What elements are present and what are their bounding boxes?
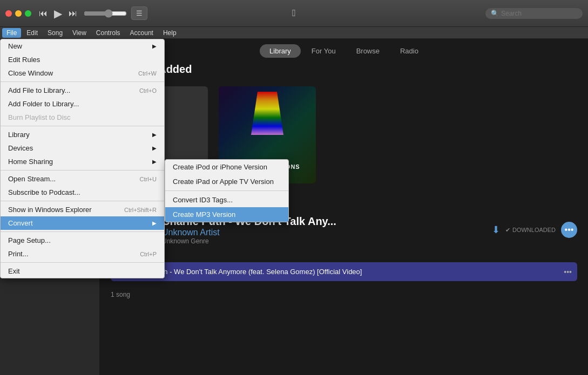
menu-item-library[interactable]: Library ▶: [1, 128, 164, 141]
show-explorer-shortcut: Ctrl+Shift+R: [124, 207, 157, 213]
more-options-button[interactable]: •••: [561, 222, 577, 238]
menu-item-home-sharing[interactable]: Home Sharing ▶: [1, 155, 164, 168]
tab-for-you[interactable]: For You: [302, 44, 346, 58]
menu-item-add-file[interactable]: Add File to Library... Ctrl+O: [1, 84, 164, 97]
volume-slider[interactable]: [84, 9, 127, 18]
menu-account[interactable]: Account: [126, 28, 158, 38]
close-button[interactable]: [5, 10, 12, 17]
dm-separator-5: [1, 231, 164, 232]
convert-submenu: Create iPod or iPhone Version Create iPa…: [165, 159, 289, 222]
menu-close-window-label: Close Window: [8, 69, 53, 77]
submenu-separator-1: [165, 190, 288, 191]
tab-browse[interactable]: Browse: [347, 44, 389, 58]
dm-separator-2: [1, 126, 164, 126]
downloaded-badge: ✔ DOWNLOADED: [505, 227, 556, 234]
song-list: ♡ Charlie Puth - We Don't Talk Anymore (…: [100, 257, 588, 287]
menu-controls[interactable]: Controls: [92, 28, 125, 38]
home-sharing-arrow-icon: ▶: [152, 159, 157, 165]
menu-item-burn-playlist: Burn Playlist to Disc: [1, 111, 164, 124]
submenu-item-convert-id3[interactable]: Convert ID3 Tags...: [165, 193, 288, 207]
song-more-button[interactable]: •••: [564, 268, 572, 276]
song-row[interactable]: ♡ Charlie Puth - We Don't Talk Anymore (…: [111, 262, 577, 281]
menu-item-exit[interactable]: Exit: [1, 264, 164, 278]
dm-separator-4: [1, 201, 164, 201]
downloaded-label: DOWNLOADED: [512, 227, 556, 233]
create-ipad-appletv-label: Create iPad or Apple TV Version: [173, 178, 274, 186]
convert-id3-label: Convert ID3 Tags...: [173, 196, 233, 204]
devices-arrow-icon: ▶: [152, 145, 157, 151]
prev-button[interactable]: ⏮: [37, 8, 50, 19]
menu-add-file-label: Add File to Library...: [8, 86, 70, 94]
menu-item-devices[interactable]: Devices ▶: [1, 141, 164, 155]
apple-logo-icon: : [292, 8, 296, 19]
tab-radio[interactable]: Radio: [390, 44, 428, 58]
list-view-button[interactable]: ☰: [131, 6, 147, 20]
section-title: Recently Added: [100, 58, 588, 81]
transport-controls: ⏮ ▶ ⏭: [37, 6, 79, 21]
menu-page-setup-label: Page Setup...: [8, 236, 51, 244]
menu-item-open-stream[interactable]: Open Stream... Ctrl+U: [1, 172, 164, 186]
menu-open-stream-label: Open Stream...: [8, 175, 56, 183]
open-stream-shortcut: Ctrl+U: [140, 176, 157, 182]
menu-bar: File Edit Song View Controls Account Hel…: [0, 27, 588, 39]
menu-item-show-explorer[interactable]: Show in Windows Explorer Ctrl+Shift+R: [1, 203, 164, 216]
menu-add-folder-label: Add Folder to Library...: [8, 100, 79, 108]
play-button[interactable]: ▶: [52, 6, 64, 21]
menu-item-close-window[interactable]: Close Window Ctrl+W: [1, 66, 164, 80]
convert-arrow-icon: ▶: [152, 220, 157, 226]
submenu-item-create-mp3[interactable]: Create MP3 Version: [165, 207, 288, 222]
menu-view[interactable]: View: [68, 28, 91, 38]
create-ipod-iphone-label: Create iPod or iPhone Version: [173, 163, 267, 171]
window-controls: [5, 10, 31, 17]
checkmark-icon: ✔: [505, 227, 510, 234]
menu-home-sharing-label: Home Sharing: [8, 158, 53, 166]
download-icon: ⬇: [492, 224, 500, 236]
menu-item-new[interactable]: New ▶: [1, 39, 164, 53]
dm-separator-6: [1, 262, 164, 263]
menu-song[interactable]: Song: [43, 28, 67, 38]
menu-edit-rules-label: Edit Rules: [8, 56, 40, 64]
dm-separator-3: [1, 170, 164, 171]
now-playing-actions: ⬇ ✔ DOWNLOADED •••: [492, 222, 577, 238]
submenu-item-ipad-appletv[interactable]: Create iPad or Apple TV Version: [165, 174, 288, 189]
menu-devices-label: Devices: [8, 144, 33, 152]
menu-exit-label: Exit: [8, 267, 20, 275]
library-arrow-icon: ▶: [152, 132, 157, 138]
search-bar: 🔍: [485, 8, 583, 19]
menu-convert-label: Convert: [8, 219, 33, 227]
tab-library[interactable]: Library: [260, 44, 301, 58]
menu-new-label: New: [8, 42, 22, 50]
search-input[interactable]: [501, 10, 577, 17]
new-arrow-icon: ▶: [152, 43, 157, 49]
now-playing-genre: Unknown Genre: [162, 237, 484, 245]
add-file-shortcut: Ctrl+O: [139, 87, 157, 94]
menu-item-subscribe-podcast[interactable]: Subscribe to Podcast...: [1, 186, 164, 199]
title-bar: ⏮ ▶ ⏭  ☰ 🔍: [0, 0, 588, 27]
menu-library-label: Library: [8, 131, 30, 139]
menu-item-convert[interactable]: Convert ▶: [1, 216, 164, 230]
dm-separator-1: [1, 81, 164, 82]
menu-item-add-folder[interactable]: Add Folder to Library...: [1, 97, 164, 111]
maximize-button[interactable]: [25, 10, 31, 17]
tab-bar: Library For You Browse Radio: [100, 39, 588, 58]
create-mp3-label: Create MP3 Version: [173, 210, 235, 219]
rainbow-icon: [251, 92, 283, 135]
song-title: Charlie Puth - We Don't Talk Anymore (fe…: [129, 268, 558, 276]
menu-item-edit-rules[interactable]: Edit Rules: [1, 53, 164, 66]
file-dropdown-menu: New ▶ Edit Rules Close Window Ctrl+W Add…: [0, 39, 165, 278]
menu-show-explorer-label: Show in Windows Explorer: [8, 206, 92, 214]
menu-file[interactable]: File: [2, 28, 21, 38]
menu-burn-playlist-label: Burn Playlist to Disc: [8, 113, 71, 121]
next-button[interactable]: ⏭: [66, 8, 79, 19]
menu-print-label: Print...: [8, 250, 29, 258]
menu-help[interactable]: Help: [159, 28, 181, 38]
song-count: 1 song: [100, 287, 588, 303]
menu-item-page-setup[interactable]: Page Setup...: [1, 234, 164, 247]
submenu-item-ipod-iphone[interactable]: Create iPod or iPhone Version: [165, 160, 288, 174]
print-shortcut: Ctrl+P: [140, 251, 157, 257]
minimize-button[interactable]: [15, 10, 22, 17]
menu-edit[interactable]: Edit: [22, 28, 42, 38]
search-icon: 🔍: [491, 10, 499, 17]
menu-subscribe-podcast-label: Subscribe to Podcast...: [8, 188, 80, 196]
menu-item-print[interactable]: Print... Ctrl+P: [1, 247, 164, 261]
